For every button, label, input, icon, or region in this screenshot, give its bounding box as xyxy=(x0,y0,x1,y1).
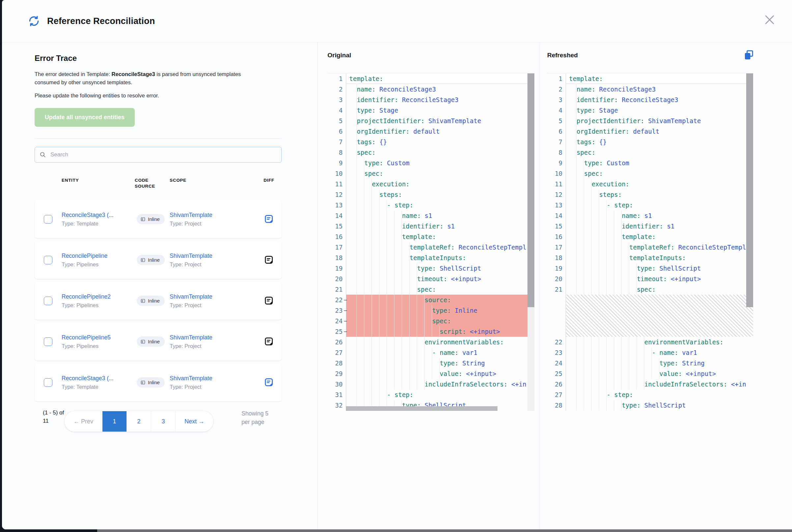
page-button-1[interactable]: 1 xyxy=(102,411,127,432)
indent-guides xyxy=(349,126,357,137)
entity-link[interactable]: ReconcilePipeline5 xyxy=(61,334,135,341)
diff-icon[interactable] xyxy=(263,255,274,265)
code-line: 14name: s1 xyxy=(328,210,534,221)
entity-link[interactable]: ReconcileStage3 (... xyxy=(61,375,135,382)
code-source-label: Inline xyxy=(148,257,160,263)
yaml-key: name: xyxy=(622,212,641,219)
row-checkbox[interactable] xyxy=(44,297,52,305)
line-number: 25— xyxy=(328,326,346,337)
indent-guides xyxy=(569,210,622,221)
yaml-value: ReconcileStepTempl xyxy=(675,244,746,251)
code-line-content: type: Custom xyxy=(346,158,534,168)
close-icon[interactable] xyxy=(763,13,776,26)
row-checkbox[interactable] xyxy=(44,338,52,346)
code-line: 5projectIdentifier: ShivamTemplate xyxy=(328,116,534,126)
indent-guides xyxy=(349,221,402,231)
line-number: 1 xyxy=(328,73,346,84)
code-line-content: environmentVariables: xyxy=(566,337,753,347)
line-number: 28 xyxy=(328,358,346,368)
indent-guides xyxy=(349,137,357,147)
code-line: 16template: xyxy=(328,231,534,242)
yaml-value: var1 xyxy=(459,349,477,356)
code-line-content: projectIdentifier: ShivamTemplate xyxy=(346,116,534,126)
line-number: 6 xyxy=(547,126,566,137)
code-line: 4type: Stage xyxy=(547,105,753,116)
yaml-value: <+input> xyxy=(667,275,701,283)
line-number: 14 xyxy=(547,210,566,221)
entity-link[interactable]: ReconcilePipeline2 xyxy=(61,293,135,301)
scope-cell: ShivamTemplateType: Project xyxy=(170,293,262,309)
removed-line-marker: — xyxy=(344,294,347,305)
code-line-content: tags: {} xyxy=(346,137,534,147)
original-vertical-scrollbar-thumb[interactable] xyxy=(528,73,534,307)
entity-table-body: ReconcileStage3 (...Type: TemplateInline… xyxy=(35,200,317,401)
search-input[interactable] xyxy=(50,151,277,158)
column-header-entity: ENTITY xyxy=(61,177,135,183)
yaml-value: s1 xyxy=(421,212,432,219)
yaml-key: orgIdentifier: xyxy=(576,128,629,135)
code-line-content: includeInfraSelectors: <+in xyxy=(566,379,753,390)
code-line: 21spec: xyxy=(328,284,534,294)
scope-link[interactable]: ShivamTemplate xyxy=(170,375,262,382)
yaml-key: templateInputs: xyxy=(629,254,686,261)
line-number: 27 xyxy=(547,390,566,400)
yaml-key: - step: xyxy=(607,391,633,398)
diff-icon[interactable] xyxy=(263,214,274,225)
code-line: 22environmentVariables: xyxy=(547,337,753,347)
prev-page-button[interactable]: ← Prev xyxy=(65,411,102,432)
indent-guides xyxy=(349,242,409,252)
line-number: 27 xyxy=(328,347,346,358)
diff-icon[interactable] xyxy=(263,377,274,388)
inline-icon xyxy=(140,380,146,385)
code-line: 9type: Custom xyxy=(547,158,753,168)
row-checkbox[interactable] xyxy=(44,215,52,224)
yaml-key: - step: xyxy=(607,202,633,209)
indent-guides xyxy=(569,221,622,231)
browser-horizontal-scrollbar[interactable] xyxy=(97,529,792,532)
code-line-content: template: xyxy=(566,73,753,84)
entity-link[interactable]: ReconcileStage3 (... xyxy=(61,211,135,219)
code-line-content: template: xyxy=(346,73,534,84)
update-all-unsynced-entities-button[interactable]: Update all unsynced entities xyxy=(35,108,135,127)
page-button-2[interactable]: 2 xyxy=(127,411,151,432)
diff-icon[interactable] xyxy=(263,337,274,347)
scope-link[interactable]: ShivamTemplate xyxy=(170,211,262,219)
scope-link[interactable]: ShivamTemplate xyxy=(170,252,262,260)
yaml-value: {} xyxy=(595,138,607,146)
yaml-key: orgIdentifier: xyxy=(357,128,409,135)
original-code-editor: 1template:2name: ReconcileStage33identif… xyxy=(328,73,534,411)
code-line-content: execution: xyxy=(566,179,753,189)
refreshed-vertical-scrollbar-thumb[interactable] xyxy=(746,73,753,307)
code-line: 20timeout: <+input> xyxy=(328,273,534,284)
line-number: 15 xyxy=(547,221,566,231)
row-checkbox[interactable] xyxy=(44,378,52,387)
indent-guides xyxy=(569,179,592,189)
yaml-key: - step: xyxy=(387,202,413,209)
yaml-key: templateRef: xyxy=(629,244,675,251)
entity-link[interactable]: ReconcilePipeline xyxy=(61,252,135,260)
row-checkbox[interactable] xyxy=(44,256,52,264)
original-horizontal-scrollbar-thumb[interactable] xyxy=(346,406,497,411)
yaml-key: value: xyxy=(660,370,682,377)
copy-icon[interactable] xyxy=(743,49,755,61)
line-number: 16 xyxy=(328,231,346,242)
pagination-page-size: Showing 5 per page xyxy=(241,409,276,426)
yaml-value: ShellScript xyxy=(641,402,686,409)
diff-icon[interactable] xyxy=(263,296,274,306)
yaml-key: template: xyxy=(402,233,436,240)
next-page-button[interactable]: Next → xyxy=(175,411,213,432)
indent-guides xyxy=(349,252,409,263)
indent-guides xyxy=(349,168,364,179)
code-line: 13- step: xyxy=(328,200,534,210)
page-button-3[interactable]: 3 xyxy=(151,411,175,432)
code-line: 29value: <+input> xyxy=(328,368,534,379)
indent-guides xyxy=(569,263,637,273)
scope-link[interactable]: ShivamTemplate xyxy=(170,293,262,301)
yaml-value: default xyxy=(629,128,660,135)
code-line: 6orgIdentifier: default xyxy=(547,126,753,137)
code-line-content: script: <+input> xyxy=(346,326,534,337)
code-line-content: projectIdentifier: ShivamTemplate xyxy=(566,116,753,126)
line-number: 12 xyxy=(547,189,566,200)
scope-link[interactable]: ShivamTemplate xyxy=(170,334,262,341)
line-number: 19 xyxy=(547,263,566,273)
